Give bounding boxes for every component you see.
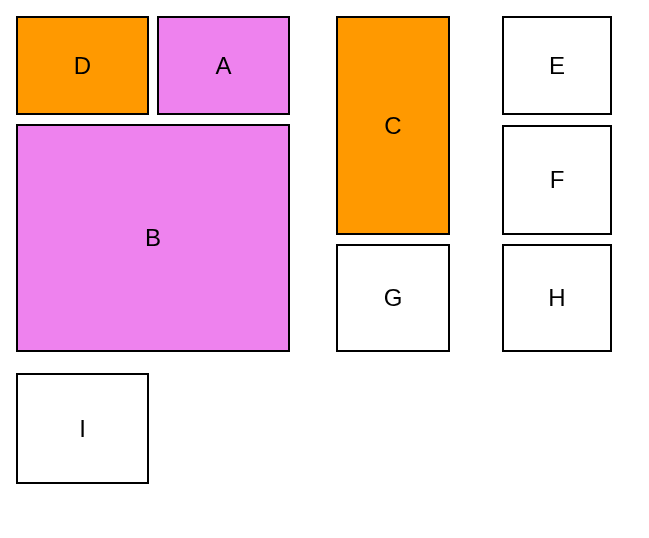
box-i: I — [16, 373, 149, 484]
box-d: D — [16, 16, 149, 115]
box-d-label: D — [74, 52, 91, 80]
box-c: C — [336, 16, 450, 235]
box-b-label: B — [145, 224, 161, 252]
box-b: B — [16, 124, 290, 352]
box-e-label: E — [549, 52, 565, 80]
box-a-label: A — [215, 52, 231, 80]
box-h-label: H — [548, 284, 565, 312]
box-c-label: C — [384, 112, 401, 140]
box-h: H — [502, 244, 612, 352]
box-g: G — [336, 244, 450, 352]
box-g-label: G — [384, 284, 403, 312]
box-i-label: I — [79, 415, 86, 443]
box-a: A — [157, 16, 290, 115]
box-e: E — [502, 16, 612, 115]
box-f-label: F — [550, 166, 565, 194]
box-f: F — [502, 125, 612, 235]
